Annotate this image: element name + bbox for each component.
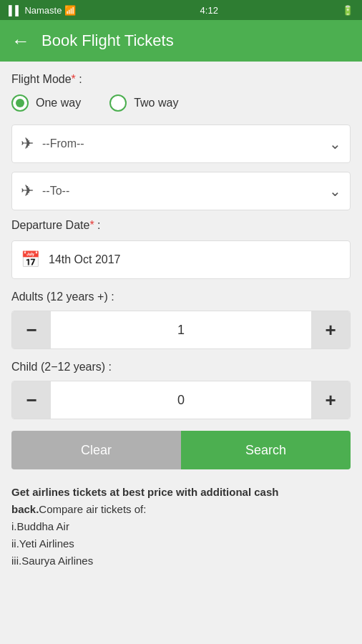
plane-to-icon: ✈: [21, 182, 34, 200]
info-line2: Compare air tickets of:: [39, 503, 146, 515]
radio-one-way[interactable]: One way: [11, 94, 81, 112]
status-bar: ▌▌ Namaste 📶 4:12 🔋: [0, 0, 362, 20]
info-text: Get airlines tickets at best price with …: [11, 484, 351, 570]
battery-icon: 🔋: [342, 5, 353, 16]
plane-from-icon: ✈: [21, 135, 34, 153]
departure-date-value: 14th Oct 2017: [49, 253, 121, 266]
main-content: Flight Mode* : One way Two way ✈ --From-…: [0, 62, 362, 581]
adults-label: Adults (12 years +) :: [11, 291, 351, 303]
carrier-name: Namaste: [24, 5, 62, 16]
to-dropdown[interactable]: ✈ --To-- ⌄: [11, 172, 351, 210]
airline-2: ii.Yeti Airlines: [11, 537, 74, 550]
action-buttons: Clear Search: [11, 431, 351, 469]
to-chevron-icon: ⌄: [329, 182, 341, 200]
from-field-text: --From--: [42, 137, 329, 150]
radio-circle-one-way: [11, 94, 29, 112]
adults-decrement-button[interactable]: −: [12, 311, 51, 349]
wifi-icon: 📶: [64, 5, 76, 16]
radio-two-way[interactable]: Two way: [109, 94, 178, 112]
child-decrement-button[interactable]: −: [12, 381, 51, 419]
search-button[interactable]: Search: [181, 431, 351, 469]
child-counter: − 0 +: [11, 381, 351, 419]
header: ← Book Flight Tickets: [0, 20, 362, 62]
from-chevron-icon: ⌄: [329, 135, 341, 152]
departure-date-label: Departure Date* :: [11, 219, 351, 232]
radio-label-one-way: One way: [36, 97, 81, 109]
back-button[interactable]: ←: [11, 31, 30, 50]
clear-button[interactable]: Clear: [11, 431, 181, 469]
flight-mode-label: Flight Mode* :: [11, 73, 351, 86]
to-field-text: --To--: [42, 185, 329, 197]
airline-1: i.Buddha Air: [11, 520, 69, 532]
flight-mode-radio-group: One way Two way: [11, 94, 351, 112]
child-increment-button[interactable]: +: [311, 381, 350, 419]
adults-value: 1: [51, 323, 311, 338]
page-title: Book Flight Tickets: [41, 31, 174, 50]
departure-date-field[interactable]: 📅 14th Oct 2017: [11, 240, 351, 279]
status-battery: 🔋: [342, 5, 353, 16]
from-dropdown[interactable]: ✈ --From-- ⌄: [11, 125, 351, 163]
status-time: 4:12: [200, 5, 218, 16]
radio-label-two-way: Two way: [134, 97, 178, 109]
airline-3: iii.Saurya Airlines: [11, 555, 93, 567]
radio-circle-two-way: [109, 94, 127, 112]
adults-counter: − 1 +: [11, 311, 351, 349]
calendar-icon: 📅: [21, 250, 40, 269]
child-value: 0: [51, 393, 311, 408]
child-label: Child (2−12 years) :: [11, 361, 351, 374]
adults-increment-button[interactable]: +: [311, 311, 350, 349]
status-carrier: ▌▌ Namaste 📶: [9, 5, 76, 16]
